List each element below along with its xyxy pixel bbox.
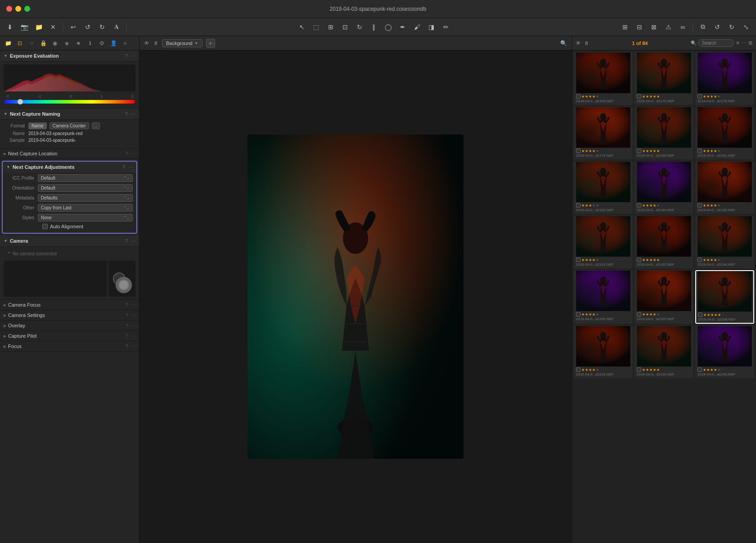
sidebar-settings-icon[interactable]: ⚙ [96, 38, 107, 49]
view-single[interactable]: ⊟ [633, 21, 646, 33]
camera-focus-header[interactable]: ▶ Camera Focus ? ··· [0, 300, 139, 310]
view-multi[interactable]: ⊠ [648, 21, 660, 33]
thumbnail-checkbox[interactable] [698, 94, 702, 99]
pen-tool[interactable]: ✒ [396, 21, 409, 33]
eye-icon[interactable]: 👁 [576, 40, 581, 46]
grid-view-icon[interactable]: ⊞ [748, 40, 752, 46]
format-more-btn[interactable]: ... [92, 122, 100, 129]
camera-btn[interactable]: 📷 [18, 21, 31, 33]
sidebar-folder-icon[interactable]: 📁 [3, 38, 14, 49]
sidebar-star-icon[interactable]: ★ [73, 38, 84, 49]
cursor-tool[interactable]: ↖ [296, 21, 308, 33]
auto-align-checkbox[interactable] [42, 224, 48, 229]
camera-settings-more-btn[interactable]: ··· [132, 313, 135, 318]
thumbnail-checkbox[interactable] [637, 149, 641, 153]
sidebar-circle-icon[interactable]: ○ [26, 38, 37, 49]
exposure-indicator[interactable] [18, 99, 23, 104]
location-help-btn[interactable]: ? [126, 151, 128, 156]
close-button[interactable] [6, 6, 12, 12]
thumbnail-item[interactable]: ★★★★★· 2019-04-0...d2208.NEF [695, 270, 754, 324]
sidebar-info-icon[interactable]: ℹ [85, 38, 95, 49]
rotate-tool[interactable]: ↻ [353, 21, 366, 33]
thumbnail-item[interactable]: ★★★★★ 2019-04-0...d2180.NEF [634, 107, 693, 159]
adjustments-more-btn[interactable]: ··· [129, 164, 133, 170]
thumbnail-item[interactable]: ★★★★★· 2019-04-0...d2169.NEF [574, 52, 633, 105]
transform-tool[interactable]: ⊡ [339, 21, 351, 33]
format-name-btn[interactable]: Name [28, 122, 47, 129]
focus-header[interactable]: ▶ Focus ? ··· [0, 341, 139, 352]
orientation-select[interactable]: Default ⌃⌄ [38, 184, 133, 192]
icc-profile-select[interactable]: Default ⌃⌄ [38, 174, 133, 182]
thumbnail-item[interactable]: ★★★★★ 2019-04-0...d2170.NEF [634, 52, 693, 105]
naming-section-header[interactable]: ▼ Next Capture Naming ? ··· [0, 109, 139, 120]
search-input[interactable]: Search [698, 39, 734, 47]
thumbnail-checkbox[interactable] [576, 94, 580, 99]
folder-btn[interactable]: 📁 [32, 21, 45, 33]
styles-select[interactable]: None ⌃⌄ [38, 214, 133, 222]
thumbnail-checkbox[interactable] [637, 94, 641, 99]
thumbnail-item[interactable]: ★★★★★ 2019-04-0...d2192.NEF [634, 216, 693, 268]
exposure-more-btn[interactable]: ··· [131, 53, 135, 59]
view-grid[interactable]: ⊞ [619, 21, 631, 33]
thumbnail-item[interactable]: ★★★★★· 2019-04-0...d2205.NEF [634, 270, 693, 324]
sidebar-user-icon[interactable]: 👤 [108, 38, 119, 49]
minimize-button[interactable] [15, 6, 21, 12]
thumbnail-item[interactable]: ★★★★★ 2019-04-0...d2220.NEF [634, 326, 693, 378]
overlay-help-btn[interactable]: ? [126, 323, 128, 328]
annotate-btn[interactable]: 𝐀 [110, 21, 123, 33]
sidebar-lock-icon[interactable]: 🔒 [38, 38, 49, 49]
paint-tool[interactable]: ✏ [440, 21, 452, 33]
thumbnail-checkbox[interactable] [576, 367, 580, 372]
search-glass-icon[interactable]: 🔍 [560, 40, 567, 46]
search-clear-icon[interactable]: ✕ [736, 40, 740, 46]
preview-toggle-icon[interactable]: 👁 [144, 40, 149, 46]
exposure-section-header[interactable]: ▼ Exposure Evaluation ? ··· [0, 50, 139, 62]
thumbnail-item[interactable]: ★★★★★· 2019-04-0...d2182.NEF [574, 161, 633, 214]
close-btn[interactable]: ✕ [47, 21, 59, 33]
capture-pilot-more-btn[interactable]: ··· [132, 334, 135, 339]
thumbnail-checkbox[interactable] [576, 312, 580, 317]
thumbnail-item[interactable]: ★★★★★· 2019-04-0...d2190.NEF [695, 161, 754, 214]
adjustments-help-btn[interactable]: ? [122, 164, 125, 170]
crop-tool[interactable]: ⊞ [324, 21, 337, 33]
location-more-btn[interactable]: ··· [132, 151, 135, 156]
thumbnail-checkbox[interactable] [576, 149, 580, 153]
window-controls[interactable] [6, 6, 30, 12]
other-select[interactable]: Copy from Last ⌃⌄ [38, 204, 133, 212]
adjustments-section-header[interactable]: ▼ Next Capture Adjustments ? ··· [3, 162, 136, 172]
capture-pilot-help-btn[interactable]: ? [126, 334, 128, 339]
thumbnail-checkbox[interactable] [637, 367, 641, 372]
thumbnail-item[interactable]: ★★★★★ 2019-04-0...d2218.NEF [574, 326, 633, 378]
redo-btn[interactable]: ↻ [96, 21, 108, 33]
thumbnail-checkbox[interactable] [698, 367, 702, 372]
naming-help-btn[interactable]: ? [125, 111, 128, 117]
camera-focus-help-btn[interactable]: ? [126, 303, 128, 308]
pause-icon[interactable]: ⏸ [153, 40, 158, 46]
thumbnail-item[interactable]: ★★★★★· 2019-04-0...d2179.NEF [574, 107, 633, 159]
loop-btn[interactable]: ∞ [676, 21, 689, 33]
download-btn[interactable]: ⬇ [4, 21, 16, 33]
format-counter-btn[interactable]: Camera Counter [50, 122, 89, 129]
eraser-tool[interactable]: ◨ [425, 21, 438, 33]
focus-help-btn[interactable]: ? [126, 344, 128, 349]
exposure-help-btn[interactable]: ? [125, 53, 128, 59]
camera-settings-help-btn[interactable]: ? [126, 313, 128, 318]
camera-more-btn[interactable]: ··· [131, 238, 135, 244]
thumbnail-item[interactable]: ★★★★★· 2019-04-0...d2178.NEF [695, 52, 754, 105]
metadata-select[interactable]: Defaults ⌃⌄ [38, 194, 133, 202]
grid-tool[interactable]: ∥ [368, 21, 380, 33]
view-selector[interactable]: Background ▼ [162, 39, 202, 47]
camera-focus-more-btn[interactable]: ··· [132, 303, 135, 308]
thumbnail-checkbox[interactable] [698, 203, 702, 208]
thumbnail-checkbox[interactable] [576, 258, 580, 262]
pause-right-icon[interactable]: ⏸ [584, 40, 589, 46]
thumbnail-checkbox[interactable] [576, 203, 580, 208]
overlay-more-btn[interactable]: ··· [132, 323, 135, 328]
circle-tool[interactable]: ◯ [382, 21, 395, 33]
layers-btn[interactable]: ⧉ [697, 21, 709, 33]
thumbnail-checkbox[interactable] [698, 258, 702, 262]
brush-tool[interactable]: 🖌 [411, 21, 423, 33]
thumbnail-checkbox[interactable] [698, 312, 702, 317]
shutter-button[interactable] [116, 277, 132, 293]
camera-help-btn[interactable]: ? [125, 238, 128, 244]
